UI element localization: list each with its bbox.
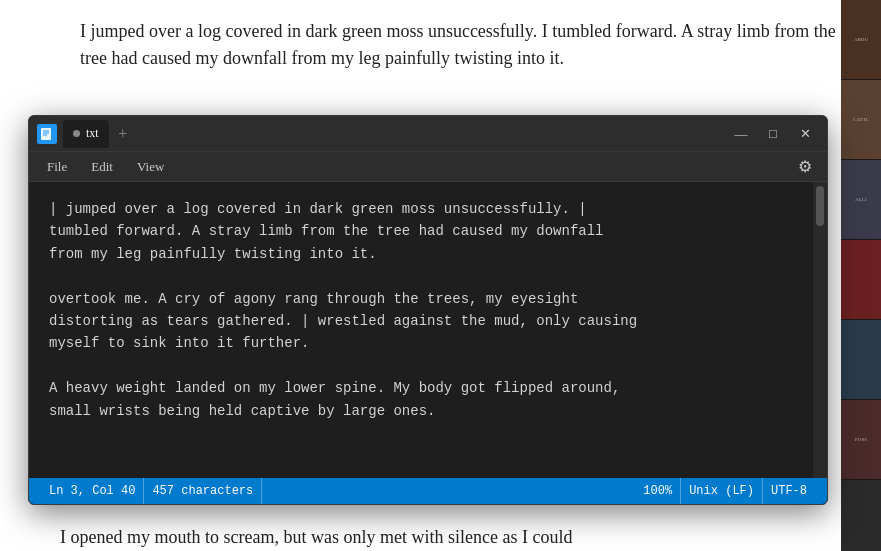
bg-bottom-text: I opened my mouth to scream, but was onl… [0, 516, 840, 551]
scroll-thumb[interactable] [816, 186, 824, 226]
active-tab[interactable]: txt [63, 120, 109, 148]
editor-textarea[interactable] [29, 182, 813, 478]
file-menu[interactable]: File [37, 155, 77, 179]
thumbnail-1[interactable]: ABDU [841, 0, 881, 80]
zoom-level: 100% [635, 478, 681, 504]
window-controls: — □ ✕ [727, 123, 819, 145]
thumb-label-2: CATTL [853, 117, 869, 122]
thumbnail-4[interactable] [841, 240, 881, 320]
scrollbar[interactable] [813, 182, 827, 478]
tab-area: txt + [63, 120, 727, 148]
status-bar: Ln 3, Col 40 457 characters 100% Unix (L… [29, 478, 827, 504]
view-menu[interactable]: View [127, 155, 174, 179]
thumbnail-3[interactable]: ALLI [841, 160, 881, 240]
settings-button[interactable]: ⚙ [791, 153, 819, 181]
thumb-label-1: ABDU [854, 37, 868, 42]
title-bar: txt + — □ ✕ [29, 116, 827, 152]
right-sidebar: ABDU CATTL ALLI POSS [841, 0, 881, 551]
bg-top-text: I jumped over a log covered in dark gree… [20, 10, 860, 72]
thumb-label-6: POSS [855, 437, 867, 442]
tab-unsaved-dot [73, 130, 80, 137]
thumbnail-6[interactable]: POSS [841, 400, 881, 480]
notepad-window: txt + — □ ✕ File Edit View ⚙ Ln 3, Col 4… [28, 115, 828, 505]
editor-container [29, 182, 827, 478]
add-tab-button[interactable]: + [111, 122, 135, 146]
svg-rect-0 [41, 128, 51, 140]
thumbnail-2[interactable]: CATTL [841, 80, 881, 160]
app-icon [37, 124, 57, 144]
cursor-position: Ln 3, Col 40 [41, 478, 144, 504]
close-button[interactable]: ✕ [791, 123, 819, 145]
maximize-button[interactable]: □ [759, 123, 787, 145]
edit-menu[interactable]: Edit [81, 155, 123, 179]
minimize-button[interactable]: — [727, 123, 755, 145]
encoding: UTF-8 [763, 478, 815, 504]
notepad-icon-svg [40, 127, 54, 141]
line-ending: Unix (LF) [681, 478, 763, 504]
tab-label: txt [86, 126, 99, 141]
thumb-label-3: ALLI [855, 197, 866, 202]
thumbnail-5[interactable] [841, 320, 881, 400]
char-count: 457 characters [144, 478, 262, 504]
menu-bar: File Edit View ⚙ [29, 152, 827, 182]
